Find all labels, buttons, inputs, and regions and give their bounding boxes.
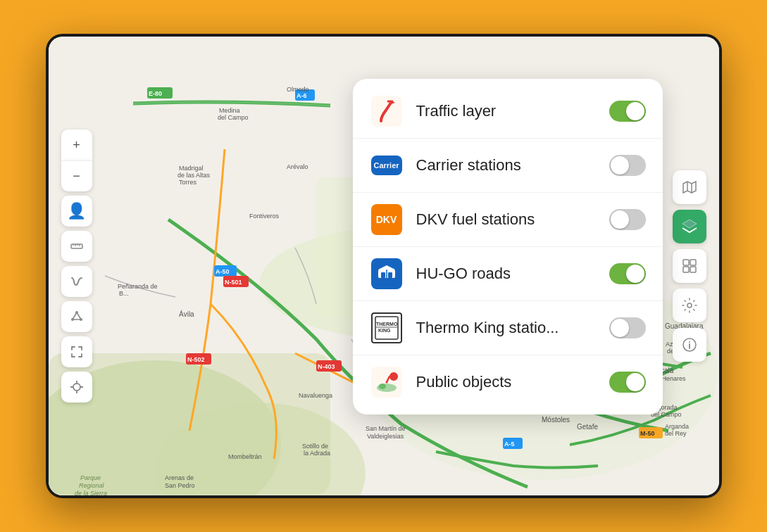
info-button[interactable] [673, 328, 706, 362]
carrier-toggle-thumb [611, 156, 629, 175]
thermo-logo: THERMO KING [371, 312, 402, 343]
traffic-layer-label: Traffic layer [416, 102, 597, 120]
ruler-icon [69, 239, 85, 254]
svg-text:A-5: A-5 [504, 441, 515, 448]
svg-text:Getafe: Getafe [577, 423, 598, 431]
left-toolbar: + − 👤 [61, 129, 92, 403]
traffic-layer-toggle[interactable] [609, 101, 646, 122]
map-container: E-80 A-6 A-50 N-501 N-502 N-403 A-5 [49, 37, 719, 495]
hugo-toggle-thumb [626, 265, 644, 283]
svg-text:KING: KING [378, 328, 391, 333]
chart-icon [681, 258, 698, 274]
route-button[interactable] [61, 266, 92, 297]
svg-text:Olmedo: Olmedo [287, 86, 309, 93]
svg-text:de las Altas: de las Altas [177, 172, 211, 179]
svg-point-101 [379, 384, 386, 389]
device-frame: E-80 A-6 A-50 N-501 N-502 N-403 A-5 [46, 34, 722, 498]
svg-text:del Campo: del Campo [218, 114, 249, 121]
svg-text:Ávila: Ávila [179, 310, 194, 318]
svg-text:Parque: Parque [80, 474, 101, 481]
crosshair-icon [69, 379, 85, 395]
thermo-layer-toggle[interactable] [609, 317, 646, 338]
plus-icon: + [73, 138, 80, 153]
carrier-layer-label: Carrier stations [416, 156, 597, 175]
layers-button[interactable] [673, 210, 706, 243]
svg-rect-83 [690, 267, 696, 272]
thermo-layer-icon: THERMO KING [370, 311, 404, 345]
carrier-logo: Carrier [371, 156, 402, 175]
svg-text:THERMO: THERMO [376, 322, 398, 327]
svg-text:Torres: Torres [179, 179, 197, 186]
svg-rect-91 [381, 272, 385, 278]
svg-text:San Martín de: San Martín de [366, 425, 406, 432]
hugo-layer-toggle[interactable] [609, 263, 646, 284]
svg-point-84 [687, 303, 692, 308]
dkv-layer-icon: DKV [370, 203, 404, 236]
public-layer-label: Public objects [416, 373, 597, 391]
zoom-out-button[interactable]: − [61, 160, 92, 191]
svg-rect-80 [683, 260, 689, 265]
svg-text:Móstoles: Móstoles [542, 416, 570, 424]
svg-line-69 [73, 312, 77, 319]
layers-icon [681, 218, 698, 235]
locate-button[interactable] [61, 372, 92, 403]
traffic-layer-item[interactable]: Traffic layer [353, 84, 663, 139]
nodes-button[interactable] [61, 301, 92, 332]
svg-text:M-50: M-50 [640, 430, 655, 437]
person-icon: 👤 [67, 202, 86, 220]
chart-button[interactable] [673, 249, 706, 283]
map-icon [681, 179, 698, 196]
info-icon [681, 336, 698, 353]
traffic-toggle-track [609, 101, 646, 122]
ruler-button[interactable] [61, 231, 92, 262]
public-layer-icon [370, 365, 404, 399]
carrier-layer-toggle[interactable] [609, 155, 646, 176]
carrier-layer-item[interactable]: Carrier Carrier stations [353, 139, 663, 193]
street-view-button[interactable]: 👤 [61, 196, 92, 227]
zoom-in-button[interactable]: + [61, 129, 92, 160]
thermo-layer-item[interactable]: THERMO KING Thermo King statio... [353, 301, 663, 355]
svg-text:E-80: E-80 [149, 90, 162, 97]
map-button[interactable] [673, 170, 706, 204]
dkv-layer-toggle[interactable] [609, 209, 646, 230]
svg-text:Valdeiglesias: Valdeiglesias [367, 433, 404, 440]
route-icon [69, 274, 85, 289]
svg-text:Arganda: Arganda [665, 423, 689, 430]
svg-text:Navaluenga: Navaluenga [299, 392, 332, 399]
public-layer-toggle[interactable] [609, 372, 646, 393]
traffic-toggle-thumb [626, 102, 644, 120]
hugo-toggle-track [609, 263, 646, 284]
svg-text:Arévalo: Arévalo [287, 163, 308, 170]
svg-text:Mombeltrán: Mombeltrán [228, 453, 262, 460]
svg-text:del Rey: del Rey [665, 430, 687, 437]
svg-text:N-501: N-501 [225, 279, 242, 286]
settings-button[interactable] [673, 289, 706, 322]
settings-icon [681, 297, 698, 314]
hugo-logo [371, 258, 402, 289]
dkv-layer-item[interactable]: DKV DKV fuel stations [353, 193, 663, 247]
public-toggle-thumb [626, 373, 644, 391]
svg-rect-81 [690, 260, 696, 265]
public-layer-item[interactable]: Public objects [353, 355, 663, 409]
hugo-layer-label: HU-GO roads [416, 265, 597, 283]
svg-marker-79 [682, 220, 697, 228]
svg-text:de la Sierra: de la Sierra [75, 490, 107, 495]
svg-text:Madrigal: Madrigal [179, 165, 204, 172]
traffic-layer-icon [370, 94, 404, 128]
svg-line-70 [77, 312, 81, 319]
svg-point-102 [385, 381, 387, 384]
svg-text:A-6: A-6 [297, 92, 307, 99]
svg-text:N-502: N-502 [187, 356, 205, 363]
hugo-layer-item[interactable]: HU-GO roads [353, 247, 663, 301]
svg-text:Fontiveros: Fontiveros [249, 213, 280, 220]
minus-icon: − [73, 169, 80, 184]
svg-text:Regional: Regional [79, 482, 105, 489]
svg-text:B...: B... [119, 290, 129, 297]
svg-text:A-50: A-50 [216, 268, 230, 275]
right-toolbar [673, 170, 706, 362]
public-toggle-track [609, 372, 646, 393]
svg-rect-92 [388, 272, 392, 278]
dkv-toggle-thumb [611, 210, 629, 229]
fullscreen-button[interactable] [61, 336, 92, 367]
svg-point-72 [73, 384, 80, 391]
